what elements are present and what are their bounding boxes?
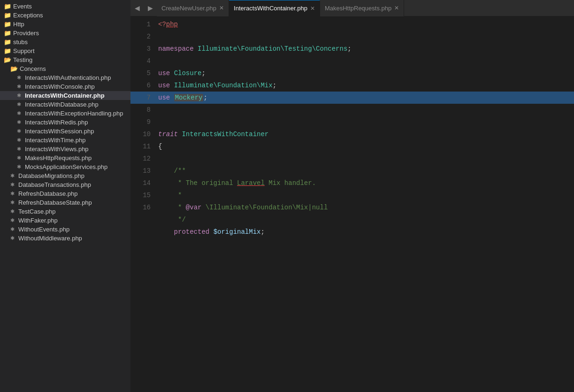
sidebar-item-label: RefreshDatabase.php [18, 190, 77, 197]
sidebar-item-label: Providers [13, 30, 39, 37]
sidebar-item-file-withoutmiddleware[interactable]: ✱ WithoutMiddleware.php [0, 234, 130, 243]
sidebar-item-file-iwsession[interactable]: ✱ InteractsWithSession.php [0, 127, 130, 136]
folder-icon: 📁 [4, 3, 11, 10]
file-icon: ✱ [10, 217, 15, 223]
tab-createuser[interactable]: CreateNewUser.php ✕ [157, 0, 229, 16]
sidebar-item-file-refreshdb[interactable]: ✱ RefreshDatabase.php [0, 189, 130, 198]
sidebar-item-file-iwconsole[interactable]: ✱ InteractsWithConsole.php [0, 82, 130, 91]
code-area: 1 2 3 4 5 6 7 8 9 10 11 12 13 14 15 16 <… [130, 16, 574, 392]
folder-open-icon: 📂 [10, 65, 18, 72]
tab-nav-forward[interactable]: ▶ [144, 0, 157, 16]
sidebar-item-label: Support [13, 47, 35, 54]
sidebar-item-file-refreshdbstate[interactable]: ✱ RefreshDatabaseState.php [0, 198, 130, 207]
sidebar-item-file-dbmigrations[interactable]: ✱ DatabaseMigrations.php [0, 171, 130, 180]
sidebar-item-label: Events [13, 3, 32, 10]
line-num: 14 [130, 177, 151, 189]
sidebar-item-label: Exceptions [13, 12, 43, 19]
file-icon: ✱ [17, 155, 21, 161]
sidebar-item-http[interactable]: 📁 Http [0, 20, 130, 29]
file-icon: ✱ [10, 226, 15, 232]
line-num: 7 [130, 92, 156, 104]
line-num: 1 [130, 18, 151, 31]
sidebar-item-label: Concerns [20, 65, 46, 72]
sidebar-item-label: InteractsWithExceptionHandling.php [25, 110, 123, 117]
sidebar-item-file-makeshttp[interactable]: ✱ MakesHttpRequests.php [0, 154, 130, 162]
file-icon: ✱ [10, 182, 15, 188]
line-num: 10 [130, 128, 151, 140]
file-icon: ✱ [17, 92, 21, 99]
file-icon: ✱ [17, 75, 21, 81]
line-num: 11 [130, 140, 151, 153]
line-num: 8 [130, 104, 151, 116]
line-num: 3 [130, 43, 151, 55]
file-icon: ✱ [17, 84, 21, 90]
sidebar-item-label: RefreshDatabaseState.php [18, 199, 92, 206]
tab-close-makeshttp[interactable]: ✕ [394, 5, 399, 11]
folder-icon: 📁 [4, 38, 11, 46]
editor: ◀ ▶ CreateNewUser.php ✕ InteractsWithCon… [130, 0, 574, 392]
tab-close-iwcontainer[interactable]: ✕ [310, 6, 315, 11]
sidebar-item-label: DatabaseTransactions.php [18, 181, 91, 188]
file-icon: ✱ [17, 110, 21, 116]
line-num: 5 [130, 67, 151, 79]
file-icon: ✱ [10, 173, 15, 179]
line-num: 13 [130, 165, 151, 177]
folder-icon: 📁 [4, 12, 11, 19]
tab-nav-back[interactable]: ◀ [130, 0, 144, 16]
file-icon: ✱ [17, 137, 21, 143]
sidebar-item-exceptions[interactable]: 📁 Exceptions [0, 11, 130, 20]
file-icon: ✱ [10, 191, 15, 197]
sidebar-item-file-iwcontainer[interactable]: ✱ InteractsWithContainer.php [0, 91, 130, 100]
sidebar-item-events[interactable]: 📁 Events [0, 2, 130, 11]
sidebar-item-label: WithoutMiddleware.php [18, 235, 82, 242]
sidebar-item-label: InteractsWithAuthentication.php [25, 74, 111, 81]
sidebar-item-file-iwredis[interactable]: ✱ InteractsWithRedis.php [0, 118, 130, 127]
sidebar-item-file-iwdatabase[interactable]: ✱ InteractsWithDatabase.php [0, 100, 130, 109]
sidebar-item-label: DatabaseMigrations.php [18, 172, 84, 179]
file-icon: ✱ [17, 119, 21, 125]
folder-icon: 📁 [4, 30, 11, 37]
sidebar-item-label: InteractsWithContainer.php [25, 92, 105, 99]
sidebar-item-support[interactable]: 📁 Support [0, 46, 130, 55]
line-num: 6 [130, 79, 151, 92]
code-content[interactable]: <?php namespace Illuminate\Foundation\Te… [156, 16, 574, 392]
sidebar-item-file-withfaker[interactable]: ✱ WithFaker.php [0, 216, 130, 225]
line-num: 2 [130, 31, 151, 43]
file-icon: ✱ [10, 200, 15, 206]
tab-iwcontainer[interactable]: InteractsWithContainer.php ✕ [229, 0, 320, 16]
line-num: 15 [130, 189, 151, 201]
sidebar-item-stubs[interactable]: 📁 stubs [0, 38, 130, 46]
sidebar-item-file-testcase[interactable]: ✱ TestCase.php [0, 207, 130, 216]
sidebar-item-file-dbtransactions[interactable]: ✱ DatabaseTransactions.php [0, 180, 130, 189]
sidebar-item-file-iwviews[interactable]: ✱ InteractsWithViews.php [0, 145, 130, 154]
sidebar-item-file-withoutevents[interactable]: ✱ WithoutEvents.php [0, 225, 130, 234]
tab-bar: ◀ ▶ CreateNewUser.php ✕ InteractsWithCon… [130, 0, 574, 16]
sidebar-item-file-mocks[interactable]: ✱ MocksApplicationServices.php [0, 162, 130, 171]
sidebar-item-label: TestCase.php [18, 208, 56, 215]
sidebar-item-file-iwauth[interactable]: ✱ InteractsWithAuthentication.php [0, 73, 130, 82]
line-numbers: 1 2 3 4 5 6 7 8 9 10 11 12 13 14 15 16 [130, 16, 156, 392]
sidebar-item-providers[interactable]: 📁 Providers [0, 29, 130, 38]
sidebar-item-label: InteractsWithTime.php [25, 137, 86, 144]
folder-open-icon: 📂 [4, 56, 11, 63]
line-num: 16 [130, 201, 151, 214]
file-icon: ✱ [17, 146, 21, 152]
sidebar-item-label: InteractsWithSession.php [25, 128, 94, 135]
sidebar-item-file-iwexception[interactable]: ✱ InteractsWithExceptionHandling.php [0, 109, 130, 118]
file-icon: ✱ [10, 235, 15, 241]
sidebar-item-label: InteractsWithRedis.php [25, 119, 88, 126]
file-icon: ✱ [17, 101, 21, 108]
sidebar-item-testing[interactable]: 📂 Testing [0, 55, 130, 64]
folder-icon: 📁 [4, 47, 11, 54]
folder-icon: 📁 [4, 21, 11, 28]
tab-close-createuser[interactable]: ✕ [219, 5, 224, 11]
tab-label: CreateNewUser.php [161, 5, 216, 12]
sidebar-item-label: stubs [13, 38, 28, 46]
sidebar-item-label: Http [13, 21, 24, 28]
tab-label: MakesHttpRequests.php [325, 5, 391, 12]
tab-makeshttp[interactable]: MakesHttpRequests.php ✕ [320, 0, 404, 16]
sidebar-item-concerns[interactable]: 📂 Concerns [0, 64, 130, 73]
sidebar-item-label: Testing [13, 56, 32, 63]
sidebar-item-file-iwtime[interactable]: ✱ InteractsWithTime.php [0, 136, 130, 145]
sidebar-item-label: InteractsWithConsole.php [25, 83, 95, 90]
